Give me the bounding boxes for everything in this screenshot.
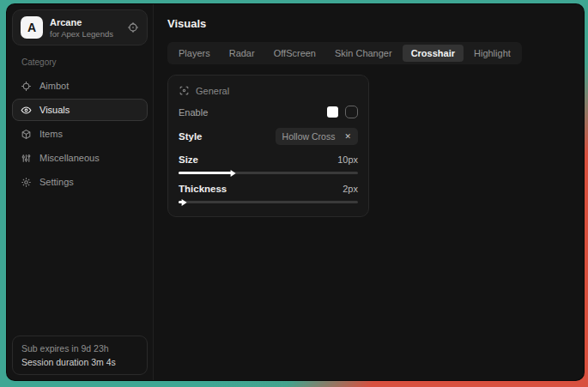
main-content: Visuals Players Radar OffScreen Skin Cha…	[154, 4, 584, 380]
panel-header: General	[179, 85, 358, 96]
app-header-card: A Arcane for Apex Legends	[12, 9, 148, 45]
thickness-label: Thickness	[179, 184, 227, 194]
size-slider[interactable]	[179, 172, 358, 174]
size-slider-fill	[179, 172, 233, 174]
size-value: 10px	[337, 154, 358, 165]
tab-offscreen[interactable]: OffScreen	[265, 45, 324, 62]
enable-controls	[327, 106, 358, 118]
target-icon[interactable]	[127, 21, 139, 33]
eye-icon	[21, 105, 32, 116]
sidebar-item-miscellaneous[interactable]: Miscellaneous	[12, 147, 148, 169]
crosshair-icon	[21, 81, 32, 92]
sidebar-item-visuals[interactable]: Visuals	[12, 99, 148, 121]
sidebar-item-label: Visuals	[39, 105, 70, 115]
size-row: Size 10px	[179, 154, 358, 165]
sidebar-item-label: Settings	[39, 177, 74, 187]
tab-crosshair[interactable]: Crosshair	[403, 45, 464, 62]
scan-target-icon	[179, 85, 190, 96]
visuals-tabbar: Players Radar OffScreen Skin Changer Cro…	[167, 42, 522, 64]
page-title: Visuals	[167, 17, 570, 30]
box-icon	[21, 129, 32, 140]
tab-radar[interactable]: Radar	[221, 45, 264, 62]
sidebar: A Arcane for Apex Legends Category Aimbo…	[7, 4, 154, 380]
sliders-icon	[21, 153, 32, 164]
app-logo: A	[21, 16, 43, 39]
thickness-value: 2px	[342, 184, 358, 194]
general-panel: General Enable Style Hollow Cross ✕	[167, 75, 369, 217]
sidebar-item-aimbot[interactable]: Aimbot	[12, 75, 148, 97]
clear-icon[interactable]: ✕	[344, 133, 351, 141]
app-window: A Arcane for Apex Legends Category Aimbo…	[6, 3, 585, 381]
sidebar-item-label: Items	[39, 129, 63, 139]
section-title: General	[196, 86, 229, 96]
sidebar-item-items[interactable]: Items	[12, 123, 148, 145]
sidebar-item-settings[interactable]: Settings	[12, 171, 148, 193]
sub-expires-text: Sub expires in 9d 23h	[21, 343, 138, 354]
enable-checkbox[interactable]	[345, 106, 358, 118]
sidebar-item-label: Aimbot	[39, 81, 69, 91]
style-select[interactable]: Hollow Cross ✕	[276, 128, 358, 145]
app-title: Arcane	[50, 17, 120, 27]
app-header-text: Arcane for Apex Legends	[50, 17, 120, 39]
thickness-slider-thumb[interactable]	[182, 199, 187, 206]
style-row: Style Hollow Cross ✕	[179, 128, 358, 145]
thickness-slider[interactable]	[179, 201, 358, 203]
enable-row: Enable	[179, 106, 358, 118]
tab-players[interactable]: Players	[170, 45, 219, 62]
enable-label: Enable	[179, 107, 208, 118]
size-slider-thumb[interactable]	[230, 170, 235, 177]
tab-highlight[interactable]: Highlight	[465, 45, 519, 62]
session-duration-text: Session duration 3m 4s	[21, 357, 138, 367]
subscription-card: Sub expires in 9d 23h Session duration 3…	[12, 336, 148, 375]
category-label: Category	[21, 57, 148, 67]
app-subtitle: for Apex Legends	[50, 29, 120, 39]
style-label: Style	[179, 131, 203, 142]
thickness-row: Thickness 2px	[179, 184, 358, 194]
desktop-background: { "sidebar": { "header": { "logo_letter"…	[0, 0, 588, 387]
gear-icon	[21, 177, 32, 188]
style-selected-value: Hollow Cross	[282, 131, 336, 142]
tab-skin-changer[interactable]: Skin Changer	[326, 45, 401, 62]
sidebar-item-label: Miscellaneous	[39, 153, 100, 163]
size-label: Size	[179, 154, 198, 165]
color-swatch[interactable]	[327, 106, 338, 118]
